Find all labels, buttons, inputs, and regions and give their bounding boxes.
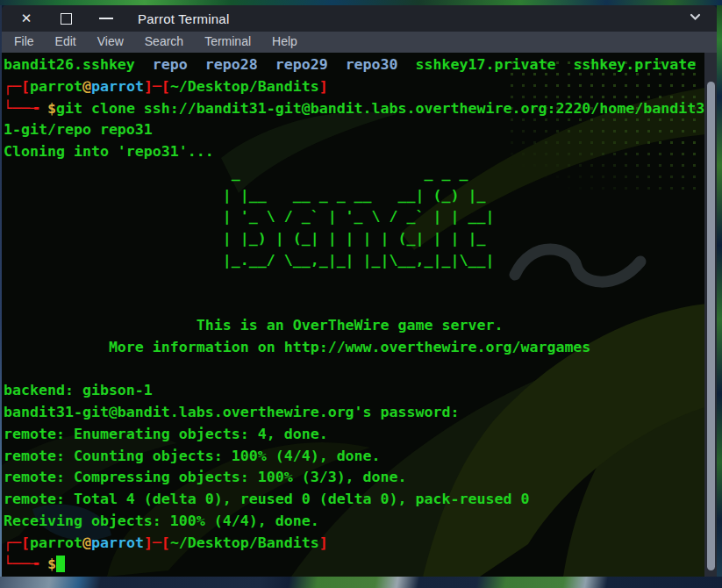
terminal-text-segment: | |__ __ _ _ __ __| (_) |_ — [4, 187, 485, 204]
terminal-text-segment: ]─[ — [144, 534, 170, 551]
terminal-text-segment: └──╼ — [4, 100, 47, 117]
terminal-text-segment: parrot — [91, 78, 144, 95]
terminal-text-segment: repo repo28 repo29 repo30 — [153, 56, 398, 73]
terminal-text-segment: ┌─[ — [4, 534, 30, 551]
terminal-output: bandit26.sshkey repo repo28 repo29 repo3… — [4, 54, 704, 576]
terminal-text-segment: ┌─[ — [4, 78, 30, 95]
terminal-text-segment: This is an OverTheWire game server. — [4, 317, 503, 333]
terminal-line-8: | |_) | (_| | | | | (_| | | |_ — [4, 228, 704, 250]
terminal-text-segment: |_.__/ \__,_|_| |_|\__,_|_|\__| — [4, 252, 494, 269]
desktop: ✕ Parrot Terminal File Edit View Search … — [0, 0, 722, 588]
menu-help[interactable]: Help — [272, 34, 297, 50]
terminal-line-21: Receiving objects: 100% (4/4), done. — [4, 511, 704, 533]
terminal-line-10 — [4, 272, 704, 294]
terminal-line-1: ┌─[parrot@parrot]─[~/Desktop/Bandits] — [4, 76, 704, 98]
terminal-text-segment: | |_) | (_| | | | | (_| | | |_ — [4, 230, 485, 247]
terminal-line-19: remote: Compressing objects: 100% (3/3),… — [4, 467, 704, 489]
terminal-line-2: └──╼ $git clone ssh://bandit31-git@bandi… — [4, 98, 704, 120]
terminal-line-7: | '_ \ / _` | '_ \ / _` | | __| — [4, 206, 704, 228]
terminal-text-segment: remote: Enumerating objects: 4, done. — [4, 426, 328, 442]
terminal-text-segment: @ — [82, 78, 91, 95]
terminal-line-0: bandit26.sshkey repo repo28 repo29 repo3… — [4, 54, 704, 76]
titlebar[interactable]: ✕ Parrot Terminal — [2, 5, 717, 32]
window-title: Parrot Terminal — [138, 11, 229, 26]
desktop-wallpaper-bottom — [0, 577, 722, 588]
terminal-text-segment: ]─[ — [144, 78, 170, 95]
terminal-line-6: | |__ __ _ _ __ __| (_) |_ — [4, 185, 704, 207]
terminal-text-segment: | '_ \ / _` | '_ \ / _` | | __| — [4, 208, 494, 225]
close-icon[interactable]: ✕ — [19, 11, 33, 26]
terminal-line-14 — [4, 359, 704, 381]
terminal-text-segment: ~/Desktop/Bandits — [170, 78, 319, 95]
cursor — [56, 556, 65, 572]
terminal-text-segment: backend: gibson-1 — [4, 382, 153, 398]
maximize-icon[interactable] — [61, 13, 72, 25]
terminal-text-segment: remote: Total 4 (delta 0), reused 0 (del… — [4, 491, 529, 507]
terminal-line-12: This is an OverTheWire game server. — [4, 315, 704, 337]
terminal-text-segment: bandit26.sshkey — [4, 56, 153, 73]
terminal-line-13: More information on http://www.overthewi… — [4, 337, 704, 359]
terminal-line-17: remote: Enumerating objects: 4, done. — [4, 424, 704, 446]
terminal-text-segment: Cloning into 'repo31'... — [4, 143, 214, 160]
terminal-text-segment: parrot — [30, 534, 82, 551]
minimize-icon[interactable] — [99, 18, 113, 19]
terminal-line-22: ┌─[parrot@parrot]─[~/Desktop/Bandits] — [4, 533, 704, 555]
chevron-down-icon[interactable] — [690, 13, 701, 21]
menu-search[interactable]: Search — [145, 34, 183, 50]
terminal-text-segment: git clone ssh://bandit31-git@bandit.labs… — [56, 100, 704, 117]
terminal-text-segment: bandit31-git@bandit.labs.overthewire.org… — [4, 404, 468, 420]
terminal-line-4: Cloning into 'repo31'... — [4, 141, 704, 163]
terminal-text-segment: ] — [319, 534, 328, 551]
terminal-text-segment: remote: Compressing objects: 100% (3/3),… — [4, 469, 407, 485]
menu-file[interactable]: File — [14, 34, 34, 50]
terminal-line-5: _ _ _ _ — [4, 163, 704, 185]
terminal-line-16: bandit31-git@bandit.labs.overthewire.org… — [4, 402, 704, 424]
terminal-line-3: 1-git/repo repo31 — [4, 119, 704, 141]
menubar: File Edit View Search Terminal Help — [2, 32, 717, 53]
terminal-text-segment: parrot — [91, 534, 144, 551]
terminal-viewport[interactable]: bandit26.sshkey repo repo28 repo29 repo3… — [2, 53, 717, 577]
terminal-text-segment: ] — [319, 78, 328, 95]
terminal-line-15: backend: gibson-1 — [4, 380, 704, 402]
terminal-text-segment: Receiving objects: 100% (4/4), done. — [4, 513, 319, 529]
menu-edit[interactable]: Edit — [55, 34, 76, 50]
terminal-text-segment: $ — [47, 556, 56, 572]
terminal-text-segment: parrot — [30, 78, 82, 95]
terminal-text-segment: @ — [82, 534, 91, 551]
terminal-text-segment: sshkey17.private sshkey.private — [398, 56, 697, 73]
scrollbar[interactable] — [704, 53, 717, 577]
terminal-text-segment: └──╼ — [4, 556, 47, 572]
terminal-text-segment: 1-git/repo repo31 — [4, 121, 153, 138]
terminal-line-11 — [4, 293, 704, 315]
terminal-line-9: |_.__/ \__,_|_| |_|\__,_|_|\__| — [4, 250, 704, 272]
desktop-wallpaper-right — [717, 5, 722, 577]
menu-terminal[interactable]: Terminal — [204, 34, 251, 50]
terminal-line-20: remote: Total 4 (delta 0), reused 0 (del… — [4, 489, 704, 511]
terminal-text-segment: ~/Desktop/Bandits — [170, 534, 319, 551]
menu-view[interactable]: View — [97, 34, 124, 50]
terminal-text-segment: remote: Counting objects: 100% (4/4), do… — [4, 448, 381, 464]
terminal-text-segment: $ — [47, 100, 56, 117]
terminal-text-segment: _ _ _ _ — [4, 165, 468, 182]
scrollbar-thumb[interactable] — [707, 82, 715, 570]
terminal-line-18: remote: Counting objects: 100% (4/4), do… — [4, 446, 704, 468]
terminal-text-segment: More information on http://www.overthewi… — [4, 339, 590, 355]
terminal-window: ✕ Parrot Terminal File Edit View Search … — [2, 5, 717, 577]
terminal-line-23: └──╼ $ — [4, 554, 704, 576]
